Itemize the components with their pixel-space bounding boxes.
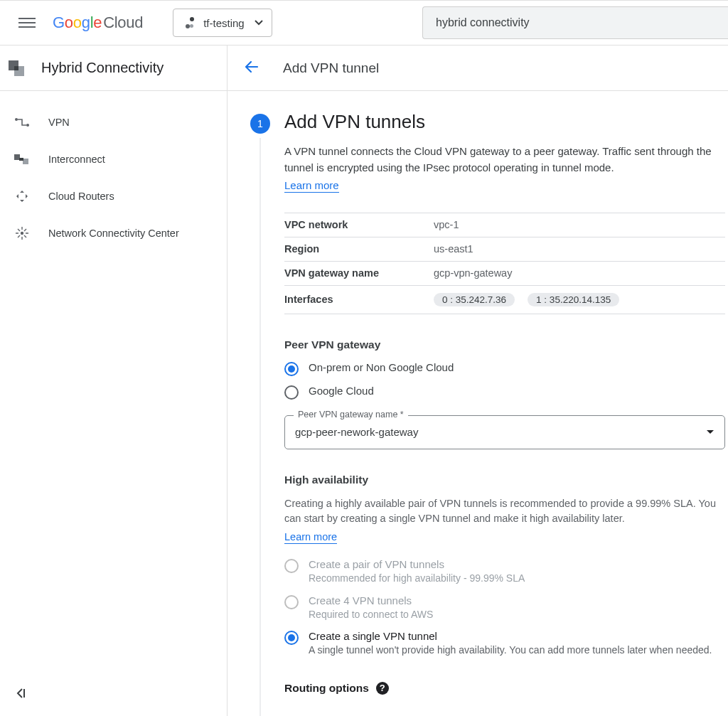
back-arrow-icon[interactable]: [243, 58, 260, 78]
hybrid-connectivity-icon: [7, 58, 27, 78]
project-name: tf-testing: [203, 17, 245, 29]
field-value: gcp-peer-nework-gateway: [295, 426, 418, 438]
search-input[interactable]: [436, 16, 715, 29]
page-title: Add VPN tunnel: [283, 60, 379, 76]
radio-peer-gcp[interactable]: Google Cloud: [284, 385, 725, 400]
radio-peer-onprem[interactable]: On-prem or Non Google Cloud: [284, 361, 725, 376]
radio-icon: [284, 631, 299, 645]
svg-point-3: [15, 118, 18, 121]
svg-rect-5: [14, 154, 20, 160]
prop-value: us-east1: [434, 243, 473, 255]
radio-sublabel: Required to connect to AWS: [309, 608, 433, 622]
table-row: Region us-east1: [284, 237, 725, 262]
sidebar-item-ncc[interactable]: Network Connectivity Center: [0, 215, 227, 252]
sidebar-title: Hybrid Connectivity: [41, 60, 164, 76]
sidebar-item-interconnect[interactable]: Interconnect: [0, 141, 227, 178]
sidebar-item-label: Interconnect: [48, 154, 105, 165]
peer-gateway-name-select[interactable]: Peer VPN gateway name * gcp-peer-nework-…: [284, 415, 725, 449]
cloud-routers-icon: [14, 188, 30, 204]
prop-value: gcp-vpn-gateway: [434, 267, 512, 279]
radio-sublabel: Recommended for high availability - 99.9…: [309, 572, 525, 586]
step-badge: 1: [250, 114, 270, 134]
svg-rect-6: [23, 159, 28, 164]
table-row: Interfaces 0 : 35.242.7.36 1 : 35.220.14…: [284, 286, 725, 314]
radio-label: Google Cloud: [309, 385, 374, 397]
learn-more-link[interactable]: Learn more: [284, 179, 339, 193]
prop-key: Interfaces: [284, 294, 434, 305]
interconnect-icon: [14, 151, 30, 167]
prop-key: VPN gateway name: [284, 267, 434, 279]
prop-value: vpc-1: [434, 219, 459, 230]
routing-label: Routing options: [284, 682, 369, 695]
radio-icon: [284, 362, 299, 376]
google-cloud-logo[interactable]: GoogleCloud: [53, 14, 143, 32]
interface-chip: 0 : 35.242.7.36: [434, 293, 515, 306]
sidebar-item-vpn[interactable]: VPN: [0, 104, 227, 141]
table-row: VPN gateway name gcp-vpn-gateway: [284, 262, 725, 286]
network-connectivity-center-icon: [14, 225, 30, 241]
sidebar-item-label: Network Connectivity Center: [48, 228, 179, 239]
ha-section-heading: High availability: [284, 474, 725, 486]
sidebar-item-label: Cloud Routers: [48, 191, 114, 202]
caret-down-icon: [706, 429, 714, 435]
interface-chip: 1 : 35.220.14.135: [528, 293, 619, 306]
radio-ha-four[interactable]: Create 4 VPN tunnels Required to connect…: [284, 594, 725, 622]
sidebar-item-label: VPN: [48, 117, 70, 128]
svg-rect-2: [14, 66, 18, 70]
radio-ha-single[interactable]: Create a single VPN tunnel A single tunn…: [284, 630, 725, 658]
top-bar: GoogleCloud tf-testing: [0, 0, 728, 46]
project-picker[interactable]: tf-testing: [173, 9, 272, 37]
step-description: A VPN tunnel connects the Cloud VPN gate…: [284, 143, 725, 176]
prop-key: VPC network: [284, 219, 434, 230]
search-box[interactable]: [422, 6, 728, 39]
radio-label: Create 4 VPN tunnels: [309, 594, 433, 607]
radio-ha-pair[interactable]: Create a pair of VPN tunnels Recommended…: [284, 558, 725, 586]
radio-icon: [284, 595, 299, 609]
gateway-properties-table: VPC network vpc-1 Region us-east1 VPN ga…: [284, 213, 725, 314]
radio-icon: [284, 559, 299, 573]
radio-sublabel: A single tunnel won't provide high avail…: [309, 643, 712, 658]
vpn-icon: [14, 114, 30, 130]
radio-label: Create a single VPN tunnel: [309, 630, 712, 642]
peer-section-heading: Peer VPN gateway: [284, 338, 725, 351]
sidebar-item-cloud-routers[interactable]: Cloud Routers: [0, 178, 227, 215]
svg-point-8: [21, 232, 23, 235]
project-icon: [182, 16, 196, 30]
radio-label: On-prem or Non Google Cloud: [309, 361, 454, 373]
main: Add VPN tunnel 1 Add VPN tunnels A VPN t…: [228, 46, 728, 716]
field-label: Peer VPN gateway name *: [294, 410, 408, 420]
ha-description: Creating a highly available pair of VPN …: [284, 496, 725, 528]
radio-label: Create a pair of VPN tunnels: [309, 558, 525, 570]
collapse-sidebar-icon[interactable]: [13, 686, 30, 703]
hamburger-menu-icon[interactable]: [10, 6, 44, 40]
prop-key: Region: [284, 243, 434, 255]
svg-point-4: [26, 124, 29, 127]
step-title: Add VPN tunnels: [284, 111, 725, 133]
svg-rect-7: [19, 158, 23, 161]
sidebar: Hybrid Connectivity VPN Interconnect Clo…: [0, 46, 228, 716]
table-row: VPC network vpc-1: [284, 213, 725, 237]
help-icon[interactable]: ?: [376, 682, 389, 695]
sidebar-header: Hybrid Connectivity: [0, 46, 227, 91]
radio-icon: [284, 385, 299, 400]
ha-learn-more-link[interactable]: Learn more: [284, 531, 337, 544]
main-header: Add VPN tunnel: [228, 46, 728, 91]
caret-down-icon: [255, 20, 263, 26]
routing-options-heading: Routing options ?: [284, 682, 725, 695]
